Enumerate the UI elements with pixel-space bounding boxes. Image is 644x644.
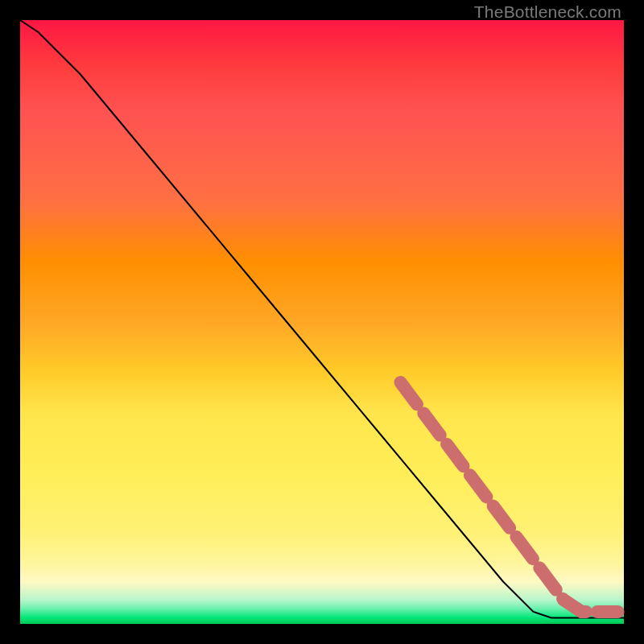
bottleneck-curve-path xyxy=(20,20,624,618)
chart-stage: TheBottleneck.com xyxy=(0,0,644,644)
watermark-text: TheBottleneck.com xyxy=(474,2,621,22)
chart-overlay xyxy=(20,20,624,624)
